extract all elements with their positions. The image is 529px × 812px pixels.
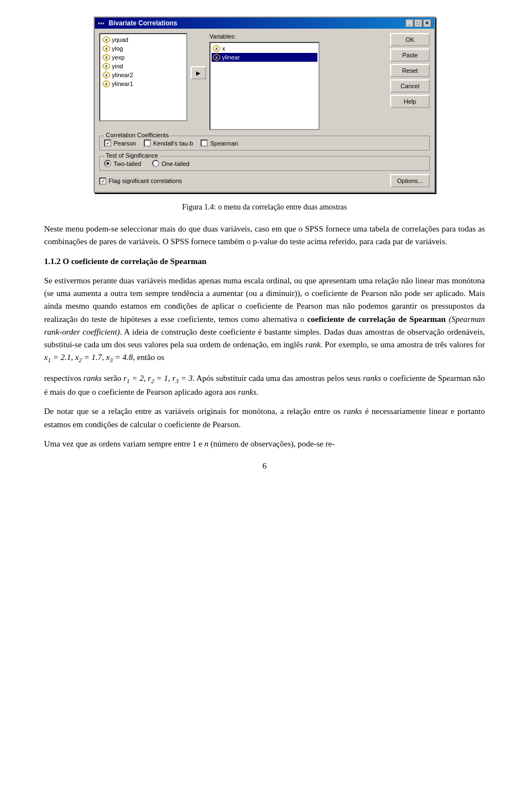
- svg-text:#: #: [105, 82, 107, 86]
- text-content: Neste menu podem-se seleccionar mais do …: [44, 223, 485, 450]
- svg-text:#: #: [105, 64, 107, 68]
- list-item[interactable]: # ylinear2: [101, 71, 185, 79]
- figure-caption: Figura 1.4: o menu da correlação entre d…: [44, 203, 485, 212]
- var-name: ylinear1: [112, 80, 133, 87]
- selected-var-name: x: [222, 45, 225, 52]
- pearson-checkbox-item[interactable]: ✓ Pearson: [104, 139, 136, 147]
- flag-checkbox-row[interactable]: ✓ Flag significant correlations: [99, 178, 182, 185]
- variables-section: Variables: # x #: [209, 33, 385, 130]
- var-name: ylog: [112, 45, 123, 52]
- var-name: ylinear2: [112, 72, 133, 78]
- paragraph-1: Neste menu podem-se seleccionar mais do …: [44, 223, 485, 249]
- one-tailed-radio-item[interactable]: One-tailed: [152, 160, 190, 167]
- p4-ranks: ranks: [344, 407, 362, 416]
- flag-label: Flag significant correlations: [109, 178, 182, 184]
- svg-text:#: #: [105, 56, 107, 60]
- p3-period2: .: [256, 388, 258, 396]
- p2-bold: coeficiente de correlação de Spearman: [307, 315, 446, 324]
- p2-rank: rank: [305, 340, 321, 349]
- p4-text: De notar que se a relação entre as variá…: [44, 407, 341, 416]
- move-variable-button[interactable]: ▶: [191, 66, 206, 79]
- kendall-label: Kendall's tau-b: [153, 140, 193, 147]
- options-button[interactable]: Options...: [390, 174, 430, 187]
- dialog-window: Bivariate Correlations _ □ ✕ #: [94, 17, 435, 193]
- close-icon[interactable]: ✕: [423, 19, 431, 27]
- variables-listbox[interactable]: # x # ylinear: [209, 42, 320, 130]
- section-heading-text: 1.1.2 O coeficiente de correlação de Spe…: [44, 257, 207, 266]
- dialog-title: Bivariate Correlations: [109, 19, 177, 27]
- variables-label: Variables:: [209, 33, 385, 40]
- minimize-icon[interactable]: _: [406, 19, 413, 27]
- p5-end: (número de observações), pode-se re-: [210, 439, 334, 448]
- svg-text:#: #: [215, 47, 218, 51]
- var-icon: #: [102, 80, 110, 88]
- test-significance-radios: Two-tailed One-tailed: [104, 160, 425, 167]
- page-number: 6: [44, 461, 485, 471]
- two-tailed-radio-item[interactable]: Two-tailed: [104, 160, 141, 167]
- list-item[interactable]: # yquad: [101, 35, 185, 44]
- arrow-btn-container: ▶: [191, 33, 206, 79]
- paragraph-3: respectivos ranks serão r1 = 2, r2 = 1, …: [44, 372, 485, 399]
- pearson-label: Pearson: [114, 140, 136, 147]
- paragraph-4: De notar que se a relação entre as variá…: [44, 405, 485, 431]
- pearson-checkbox[interactable]: ✓: [104, 139, 111, 147]
- p3-text: respectivos: [44, 374, 83, 383]
- svg-text:#: #: [215, 56, 218, 60]
- paste-button[interactable]: Paste: [390, 49, 430, 62]
- dialog-top-row: # yquad # ylog #: [99, 33, 430, 130]
- kendall-checkbox[interactable]: [144, 139, 151, 147]
- page-container: Bivariate Correlations _ □ ✕ #: [0, 0, 529, 493]
- p2-end2: . Por exemplo, se uma amostra de três va…: [321, 340, 485, 349]
- correlation-checkboxes: ✓ Pearson Kendall's tau-b Spearman: [104, 139, 425, 147]
- buttons-column: OK Paste Reset Cancel Help: [390, 33, 430, 108]
- correlation-coefficients-label: Correlation Coefficients: [104, 132, 170, 138]
- spearman-checkbox-item[interactable]: Spearman: [201, 139, 238, 147]
- titlebar-decoration: [98, 23, 104, 24]
- correlation-coefficients-group: Correlation Coefficients ✓ Pearson Kenda…: [99, 136, 430, 150]
- list-item[interactable]: # x: [212, 44, 317, 53]
- help-button[interactable]: Help: [390, 95, 430, 108]
- test-significance-label: Test of Significance: [104, 152, 160, 159]
- list-item[interactable]: # ylog: [101, 44, 185, 53]
- p3-period1: . Após substituir cada uma das amostras …: [192, 374, 363, 383]
- p5-n: n: [204, 439, 209, 448]
- section-heading: 1.1.2 O coeficiente de correlação de Spe…: [44, 255, 485, 268]
- spearman-checkbox[interactable]: [201, 139, 208, 147]
- var-name: yquad: [112, 36, 128, 43]
- var-name: yexp: [112, 54, 125, 61]
- reset-button[interactable]: Reset: [390, 64, 430, 77]
- var-icon: #: [102, 71, 110, 79]
- one-tailed-radio[interactable]: [152, 160, 159, 167]
- dialog-wrapper: Bivariate Correlations _ □ ✕ #: [44, 17, 485, 193]
- maximize-icon[interactable]: □: [414, 19, 422, 27]
- var-icon: #: [213, 53, 220, 61]
- cancel-button[interactable]: Cancel: [390, 79, 430, 93]
- two-tailed-radio[interactable]: [104, 160, 111, 167]
- paragraph-5: Uma vez que as ordens variam sempre entr…: [44, 438, 485, 450]
- test-significance-group: Test of Significance Two-tailed One-tail…: [99, 156, 430, 171]
- ok-button[interactable]: OK: [390, 33, 430, 46]
- dialog-body: # yquad # ylog #: [95, 29, 434, 192]
- var-name: yind: [112, 63, 123, 69]
- list-item-selected[interactable]: # ylinear: [212, 53, 317, 62]
- var-icon: #: [102, 36, 110, 44]
- kendall-checkbox-item[interactable]: Kendall's tau-b: [144, 139, 193, 147]
- dialog-bottom-row: ✓ Flag significant correlations Options.…: [99, 174, 430, 187]
- p1-text: Neste menu podem-se seleccionar mais do …: [44, 224, 485, 246]
- p3-cont: serão: [102, 374, 123, 383]
- math-r-values: r1 = 2, r2 = 1, r3 = 3: [123, 374, 192, 383]
- svg-text:#: #: [105, 47, 107, 51]
- list-item[interactable]: # yexp: [101, 53, 185, 62]
- flag-checkbox[interactable]: ✓: [99, 178, 106, 185]
- variable-listbox[interactable]: # yquad # ylog #: [99, 33, 187, 121]
- titlebar-controls[interactable]: _ □ ✕: [406, 19, 431, 27]
- list-item[interactable]: # ylinear1: [101, 79, 185, 88]
- one-tailed-label: One-tailed: [161, 160, 190, 167]
- paragraph-2: Se estivermos perante duas variáveis med…: [44, 275, 485, 365]
- p3-ranks: ranks: [83, 374, 101, 383]
- list-item[interactable]: # yind: [101, 62, 185, 71]
- var-icon: #: [102, 62, 110, 70]
- var-icon: #: [102, 45, 110, 52]
- spearman-label: Spearman: [210, 140, 238, 147]
- two-tailed-label: Two-tailed: [114, 160, 141, 167]
